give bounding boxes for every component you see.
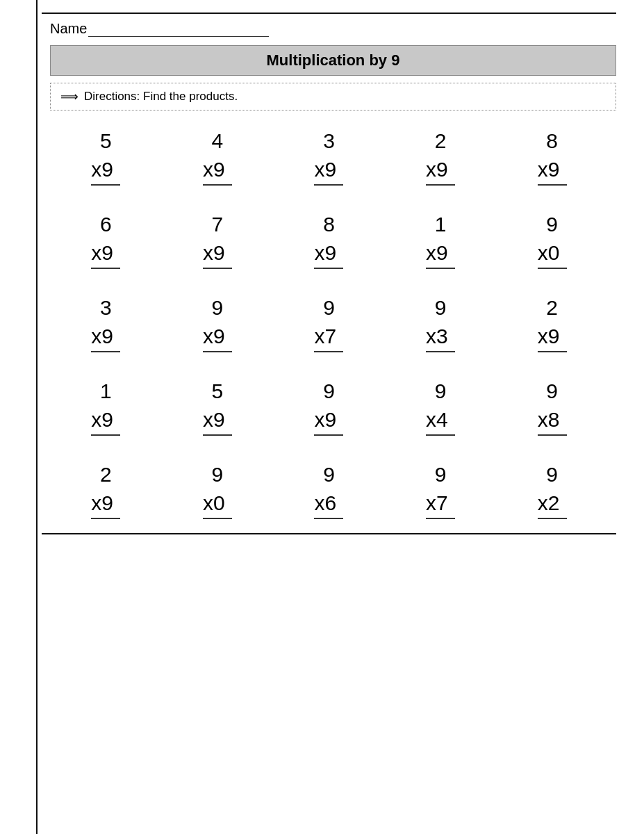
top-number: 9 — [212, 294, 224, 321]
multiplier: x0 — [203, 489, 232, 519]
problem-20: 9x8 — [496, 377, 608, 436]
multiplier: x9 — [314, 406, 343, 436]
problem-19: 9x4 — [385, 377, 497, 436]
problem-12: 9x9 — [162, 294, 274, 352]
multiplier: x9 — [91, 156, 120, 186]
top-number: 7 — [212, 211, 224, 238]
problem-4: 2x9 — [385, 127, 497, 186]
multiplier: x9 — [426, 239, 455, 269]
multiplier: x7 — [426, 489, 455, 519]
multiplier: x9 — [314, 156, 343, 186]
problems-grid: 5x94x93x92x98x96x97x98x91x99x03x99x99x79… — [42, 127, 616, 519]
top-number: 1 — [100, 377, 112, 404]
top-number: 5 — [212, 377, 224, 404]
top-number: 9 — [546, 211, 558, 238]
problem-15: 2x9 — [496, 294, 608, 352]
top-number: 8 — [323, 211, 335, 238]
problem-10: 9x0 — [496, 211, 608, 269]
top-border-line — [42, 13, 616, 14]
top-number: 9 — [212, 461, 224, 488]
problem-22: 9x0 — [162, 461, 274, 519]
multiplier: x0 — [538, 239, 567, 269]
top-number: 9 — [435, 294, 447, 321]
multiplier: x9 — [203, 322, 232, 352]
problem-6: 6x9 — [50, 211, 162, 269]
problem-16: 1x9 — [50, 377, 162, 436]
top-number: 3 — [323, 127, 335, 154]
top-number: 2 — [546, 294, 558, 321]
problem-3: 3x9 — [273, 127, 385, 186]
directions-box: ⟹ Directions: Find the products. — [50, 83, 616, 111]
problem-8: 8x9 — [273, 211, 385, 269]
top-number: 9 — [435, 377, 447, 404]
problem-1: 5x9 — [50, 127, 162, 186]
multiplier: x8 — [538, 406, 567, 436]
problem-18: 9x9 — [273, 377, 385, 436]
multiplier: x9 — [314, 239, 343, 269]
top-number: 9 — [323, 377, 335, 404]
top-number: 9 — [435, 461, 447, 488]
top-number: 8 — [546, 127, 558, 154]
worksheet-title: Multiplication by 9 — [50, 45, 616, 76]
top-number: 9 — [546, 377, 558, 404]
multiplier: x9 — [203, 406, 232, 436]
name-row: Name — [42, 21, 616, 37]
top-number: 9 — [546, 461, 558, 488]
multiplier: x9 — [203, 239, 232, 269]
multiplier: x9 — [538, 156, 567, 186]
top-number: 6 — [100, 211, 112, 238]
worksheet-page: Name Multiplication by 9 ⟹ Directions: F… — [0, 0, 644, 834]
problem-7: 7x9 — [162, 211, 274, 269]
multiplier: x9 — [91, 322, 120, 352]
problem-9: 1x9 — [385, 211, 497, 269]
top-number: 4 — [212, 127, 224, 154]
name-underline — [88, 34, 269, 37]
top-number: 2 — [435, 127, 447, 154]
problem-25: 9x2 — [496, 461, 608, 519]
top-number: 5 — [100, 127, 112, 154]
problem-17: 5x9 — [162, 377, 274, 436]
problem-14: 9x3 — [385, 294, 497, 352]
problem-5: 8x9 — [496, 127, 608, 186]
multiplier: x9 — [203, 156, 232, 186]
name-label: Name — [50, 21, 87, 37]
multiplier: x6 — [314, 489, 343, 519]
multiplier: x9 — [538, 322, 567, 352]
directions-text: Directions: Find the products. — [84, 90, 238, 104]
top-number: 9 — [323, 294, 335, 321]
problem-24: 9x7 — [385, 461, 497, 519]
problem-13: 9x7 — [273, 294, 385, 352]
problem-23: 9x6 — [273, 461, 385, 519]
multiplier: x4 — [426, 406, 455, 436]
top-number: 1 — [435, 211, 447, 238]
multiplier: x9 — [91, 406, 120, 436]
multiplier: x3 — [426, 322, 455, 352]
multiplier: x9 — [91, 239, 120, 269]
multiplier: x7 — [314, 322, 343, 352]
multiplier: x2 — [538, 489, 567, 519]
problem-21: 2x9 — [50, 461, 162, 519]
bottom-border-line — [42, 533, 616, 534]
multiplier: x9 — [91, 489, 120, 519]
problem-11: 3x9 — [50, 294, 162, 352]
problem-2: 4x9 — [162, 127, 274, 186]
arrow-icon: ⟹ — [60, 89, 79, 104]
top-number: 9 — [323, 461, 335, 488]
top-number: 2 — [100, 461, 112, 488]
multiplier: x9 — [426, 156, 455, 186]
top-number: 3 — [100, 294, 112, 321]
